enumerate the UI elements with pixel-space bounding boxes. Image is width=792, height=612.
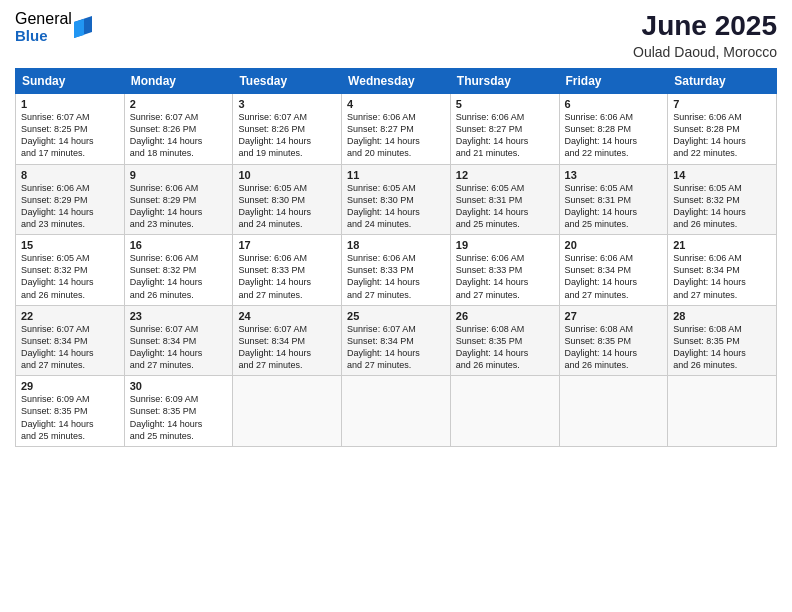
day-cell-20: 20Sunrise: 6:06 AMSunset: 8:34 PMDayligh… xyxy=(559,235,668,306)
day-number: 5 xyxy=(456,98,554,110)
col-thursday: Thursday xyxy=(450,69,559,94)
day-number: 2 xyxy=(130,98,228,110)
day-number: 4 xyxy=(347,98,445,110)
day-number: 10 xyxy=(238,169,336,181)
day-number: 24 xyxy=(238,310,336,322)
day-info: Sunrise: 6:07 AMSunset: 8:26 PMDaylight:… xyxy=(238,112,311,158)
main-title: June 2025 xyxy=(633,10,777,42)
col-tuesday: Tuesday xyxy=(233,69,342,94)
day-cell-10: 10Sunrise: 6:05 AMSunset: 8:30 PMDayligh… xyxy=(233,164,342,235)
day-cell-19: 19Sunrise: 6:06 AMSunset: 8:33 PMDayligh… xyxy=(450,235,559,306)
day-cell-22: 22Sunrise: 6:07 AMSunset: 8:34 PMDayligh… xyxy=(16,305,125,376)
calendar-table: Sunday Monday Tuesday Wednesday Thursday… xyxy=(15,68,777,447)
day-info: Sunrise: 6:06 AMSunset: 8:28 PMDaylight:… xyxy=(673,112,746,158)
day-number: 17 xyxy=(238,239,336,251)
day-number: 11 xyxy=(347,169,445,181)
calendar-week-row: 15Sunrise: 6:05 AMSunset: 8:32 PMDayligh… xyxy=(16,235,777,306)
day-number: 15 xyxy=(21,239,119,251)
day-info: Sunrise: 6:06 AMSunset: 8:29 PMDaylight:… xyxy=(21,183,94,229)
day-cell-3: 3Sunrise: 6:07 AMSunset: 8:26 PMDaylight… xyxy=(233,94,342,165)
day-number: 8 xyxy=(21,169,119,181)
day-cell-9: 9Sunrise: 6:06 AMSunset: 8:29 PMDaylight… xyxy=(124,164,233,235)
day-info: Sunrise: 6:08 AMSunset: 8:35 PMDaylight:… xyxy=(673,324,746,370)
logo-icon xyxy=(74,16,92,38)
day-info: Sunrise: 6:07 AMSunset: 8:34 PMDaylight:… xyxy=(21,324,94,370)
day-info: Sunrise: 6:06 AMSunset: 8:27 PMDaylight:… xyxy=(347,112,420,158)
day-cell-17: 17Sunrise: 6:06 AMSunset: 8:33 PMDayligh… xyxy=(233,235,342,306)
day-number: 20 xyxy=(565,239,663,251)
day-cell-18: 18Sunrise: 6:06 AMSunset: 8:33 PMDayligh… xyxy=(342,235,451,306)
day-number: 12 xyxy=(456,169,554,181)
col-wednesday: Wednesday xyxy=(342,69,451,94)
day-number: 18 xyxy=(347,239,445,251)
logo-general: General xyxy=(15,10,72,28)
day-info: Sunrise: 6:06 AMSunset: 8:33 PMDaylight:… xyxy=(347,253,420,299)
calendar-header-row: Sunday Monday Tuesday Wednesday Thursday… xyxy=(16,69,777,94)
day-number: 1 xyxy=(21,98,119,110)
day-info: Sunrise: 6:06 AMSunset: 8:34 PMDaylight:… xyxy=(565,253,638,299)
day-info: Sunrise: 6:05 AMSunset: 8:32 PMDaylight:… xyxy=(673,183,746,229)
day-info: Sunrise: 6:06 AMSunset: 8:32 PMDaylight:… xyxy=(130,253,203,299)
day-number: 29 xyxy=(21,380,119,392)
col-monday: Monday xyxy=(124,69,233,94)
day-info: Sunrise: 6:05 AMSunset: 8:31 PMDaylight:… xyxy=(565,183,638,229)
day-cell-2: 2Sunrise: 6:07 AMSunset: 8:26 PMDaylight… xyxy=(124,94,233,165)
day-cell-25: 25Sunrise: 6:07 AMSunset: 8:34 PMDayligh… xyxy=(342,305,451,376)
day-info: Sunrise: 6:07 AMSunset: 8:34 PMDaylight:… xyxy=(130,324,203,370)
day-number: 13 xyxy=(565,169,663,181)
day-info: Sunrise: 6:05 AMSunset: 8:31 PMDaylight:… xyxy=(456,183,529,229)
logo: General Blue xyxy=(15,10,92,44)
day-cell-5: 5Sunrise: 6:06 AMSunset: 8:27 PMDaylight… xyxy=(450,94,559,165)
calendar-week-row: 1Sunrise: 6:07 AMSunset: 8:25 PMDaylight… xyxy=(16,94,777,165)
calendar-week-row: 22Sunrise: 6:07 AMSunset: 8:34 PMDayligh… xyxy=(16,305,777,376)
day-cell-15: 15Sunrise: 6:05 AMSunset: 8:32 PMDayligh… xyxy=(16,235,125,306)
header: General Blue June 2025 Oulad Daoud, Moro… xyxy=(15,10,777,60)
subtitle: Oulad Daoud, Morocco xyxy=(633,44,777,60)
day-number: 28 xyxy=(673,310,771,322)
calendar-week-row: 29Sunrise: 6:09 AMSunset: 8:35 PMDayligh… xyxy=(16,376,777,447)
day-cell-29: 29Sunrise: 6:09 AMSunset: 8:35 PMDayligh… xyxy=(16,376,125,447)
day-info: Sunrise: 6:06 AMSunset: 8:29 PMDaylight:… xyxy=(130,183,203,229)
logo-text: General Blue xyxy=(15,10,72,44)
day-number: 7 xyxy=(673,98,771,110)
empty-cell xyxy=(233,376,342,447)
day-number: 21 xyxy=(673,239,771,251)
svg-marker-1 xyxy=(74,19,84,38)
day-cell-13: 13Sunrise: 6:05 AMSunset: 8:31 PMDayligh… xyxy=(559,164,668,235)
day-info: Sunrise: 6:09 AMSunset: 8:35 PMDaylight:… xyxy=(130,394,203,440)
day-info: Sunrise: 6:05 AMSunset: 8:32 PMDaylight:… xyxy=(21,253,94,299)
day-number: 27 xyxy=(565,310,663,322)
col-saturday: Saturday xyxy=(668,69,777,94)
day-cell-6: 6Sunrise: 6:06 AMSunset: 8:28 PMDaylight… xyxy=(559,94,668,165)
day-info: Sunrise: 6:06 AMSunset: 8:28 PMDaylight:… xyxy=(565,112,638,158)
day-info: Sunrise: 6:06 AMSunset: 8:34 PMDaylight:… xyxy=(673,253,746,299)
day-cell-30: 30Sunrise: 6:09 AMSunset: 8:35 PMDayligh… xyxy=(124,376,233,447)
day-info: Sunrise: 6:09 AMSunset: 8:35 PMDaylight:… xyxy=(21,394,94,440)
day-number: 16 xyxy=(130,239,228,251)
day-info: Sunrise: 6:08 AMSunset: 8:35 PMDaylight:… xyxy=(456,324,529,370)
empty-cell xyxy=(342,376,451,447)
day-info: Sunrise: 6:07 AMSunset: 8:25 PMDaylight:… xyxy=(21,112,94,158)
page: General Blue June 2025 Oulad Daoud, Moro… xyxy=(0,0,792,612)
day-number: 26 xyxy=(456,310,554,322)
title-block: June 2025 Oulad Daoud, Morocco xyxy=(633,10,777,60)
day-info: Sunrise: 6:05 AMSunset: 8:30 PMDaylight:… xyxy=(347,183,420,229)
day-info: Sunrise: 6:07 AMSunset: 8:34 PMDaylight:… xyxy=(238,324,311,370)
day-number: 3 xyxy=(238,98,336,110)
day-cell-23: 23Sunrise: 6:07 AMSunset: 8:34 PMDayligh… xyxy=(124,305,233,376)
logo-blue: Blue xyxy=(15,28,72,45)
empty-cell xyxy=(668,376,777,447)
day-info: Sunrise: 6:06 AMSunset: 8:33 PMDaylight:… xyxy=(238,253,311,299)
day-cell-12: 12Sunrise: 6:05 AMSunset: 8:31 PMDayligh… xyxy=(450,164,559,235)
day-number: 25 xyxy=(347,310,445,322)
day-number: 6 xyxy=(565,98,663,110)
day-number: 9 xyxy=(130,169,228,181)
day-cell-11: 11Sunrise: 6:05 AMSunset: 8:30 PMDayligh… xyxy=(342,164,451,235)
empty-cell xyxy=(450,376,559,447)
col-sunday: Sunday xyxy=(16,69,125,94)
col-friday: Friday xyxy=(559,69,668,94)
day-cell-28: 28Sunrise: 6:08 AMSunset: 8:35 PMDayligh… xyxy=(668,305,777,376)
day-info: Sunrise: 6:06 AMSunset: 8:33 PMDaylight:… xyxy=(456,253,529,299)
day-info: Sunrise: 6:07 AMSunset: 8:26 PMDaylight:… xyxy=(130,112,203,158)
day-cell-7: 7Sunrise: 6:06 AMSunset: 8:28 PMDaylight… xyxy=(668,94,777,165)
